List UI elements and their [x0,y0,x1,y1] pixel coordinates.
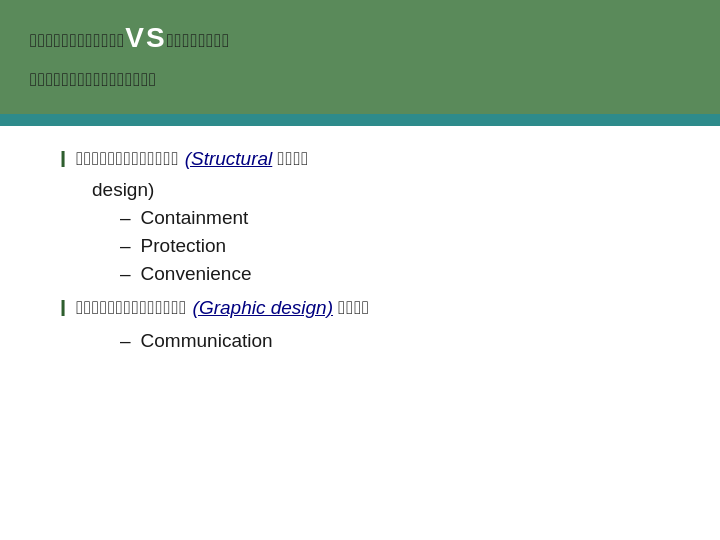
bullet2-thai-prefix:  [76,297,187,318]
sub-item-protection: – Protection [120,235,680,257]
bullet1-design-line: design) [92,179,680,201]
sub-item-containment: – Containment [120,207,680,229]
sub-text-containment: Containment [141,207,249,229]
dash-protection: – [120,235,131,257]
dash-communication: – [120,330,131,352]
sub-item-communication: – Communication [120,330,680,352]
bullet-main-1: l  (Structural  [60,146,680,175]
sub-list-1: – Containment – Protection – Convenience [120,207,680,285]
slide: VS  … [0,0,720,540]
bullet1-thai-prefix:  [76,148,179,169]
bullet-main-2: l  (Graphic design)  [60,295,680,324]
bullet-dot-1: l [60,146,66,175]
bullet-item-2: l  (Graphic design)  –… [60,295,680,352]
content-area: l  (Structural  design)… [0,126,720,381]
bullet-text-2:  (Graphic design)  [76,295,370,322]
bullet-text-1:  (Structural  [76,146,309,173]
header-line2-thai:  [30,69,157,90]
bullet-item-1: l  (Structural  design)… [60,146,680,285]
sub-text-protection: Protection [141,235,227,257]
header-line2:  [30,57,690,96]
bullet-dot-2: l [60,295,66,324]
header-line1: VS [30,18,690,57]
sub-text-convenience: Convenience [141,263,252,285]
bullet2-keyword: (Graphic design) [193,297,333,318]
sub-item-convenience: – Convenience [120,263,680,285]
header-thai-before-vs:  [30,30,125,51]
accent-bar [0,114,720,126]
header-block: VS  [0,0,720,114]
header-thai-after-vs:  [167,30,231,51]
bullet1-thai-suffix:  [278,148,310,169]
sub-list-2: – Communication [120,330,680,352]
sub-text-communication: Communication [141,330,273,352]
dash-convenience: – [120,263,131,285]
bullet1-keyword: (Structural [185,148,273,169]
dash-containment: – [120,207,131,229]
vs-label: VS [125,22,166,53]
bullet2-thai-suffix:  [338,297,370,318]
